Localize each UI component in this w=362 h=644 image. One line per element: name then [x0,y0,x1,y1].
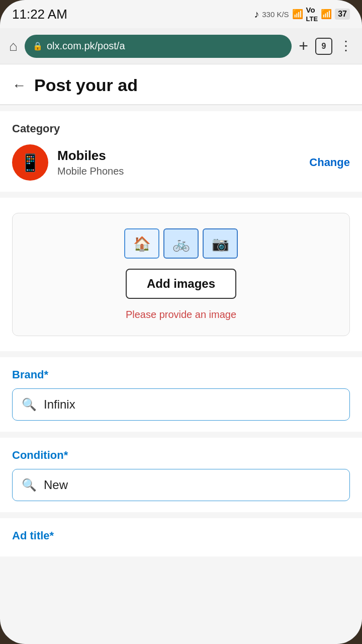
add-images-button[interactable]: Add images [126,269,236,299]
category-sub: Mobile Phones [57,166,300,177]
condition-input-row[interactable]: 🔍 New [12,469,350,501]
category-section: Category 📱 Mobiles Mobile Phones Change [0,111,362,192]
category-text: Mobiles Mobile Phones [57,148,300,177]
ad-title-field-label: Ad title* [12,529,350,542]
bicycle-icon: 🚲 [172,235,190,252]
battery-indicator: 37 [335,9,350,20]
page-title: Post your ad [34,75,138,95]
mobile-icon: 📱 [20,152,41,173]
image-upload-box: 🏠 🚲 📷 Add images Please provide an image [12,213,350,336]
url-text: olx.com.pk/post/a [47,40,125,52]
category-name: Mobiles [57,148,300,164]
camera-icon: 📷 [212,235,229,252]
change-category-button[interactable]: Change [309,156,350,169]
header-divider [0,105,362,105]
page-header: ← Post your ad [0,64,362,105]
music-icon: ♪ [254,9,259,20]
signal-icon: 📶 [321,9,332,20]
tab-count: 9 [322,42,326,51]
house-image-icon: 🏠 [124,228,159,259]
brand-search-icon: 🔍 [22,397,37,412]
condition-search-icon: 🔍 [22,478,37,492]
bicycle-image-icon: 🚲 [163,228,199,259]
status-bar: 11:22 AM ♪ 330 K/S 📶 VoLTE 📶 37 [0,0,362,28]
tab-count-badge[interactable]: 9 [315,38,332,55]
network-label: VoLTE [306,6,318,23]
category-row: 📱 Mobiles Mobile Phones Change [12,144,350,181]
brand-field-group: Brand* 🔍 Infinix [0,357,362,432]
browser-menu-button[interactable]: ⋮ [339,38,353,54]
category-section-label: Category [12,122,350,135]
phone-frame: 11:22 AM ♪ 330 K/S 📶 VoLTE 📶 37 ⌂ 🔒 olx.… [0,0,362,644]
brand-value: Infinix [44,397,75,412]
condition-field-group: Condition* 🔍 New [0,438,362,512]
status-time: 11:22 AM [12,7,67,22]
browser-bar: ⌂ 🔒 olx.com.pk/post/a + 9 ⋮ [0,28,362,64]
home-icon[interactable]: ⌂ [9,38,18,54]
status-icons: ♪ 330 K/S 📶 VoLTE 📶 37 [254,6,350,23]
content-area: ← Post your ad Category 📱 Mobiles Mobile… [0,64,362,644]
lock-icon: 🔒 [33,41,43,51]
image-upload-section: 🏠 🚲 📷 Add images Please provide an image [0,198,362,351]
condition-field-label: Condition* [12,449,350,462]
house-icon: 🏠 [133,235,151,252]
brand-input-row[interactable]: 🔍 Infinix [12,388,350,421]
ad-title-section: Ad title* [0,518,362,556]
condition-value: New [44,478,68,492]
speed-indicator: 330 K/S [262,10,289,19]
brand-field-label: Brand* [12,368,350,381]
add-tab-button[interactable]: + [299,37,308,55]
image-icons-row: 🏠 🚲 📷 [124,228,238,259]
back-button[interactable]: ← [12,77,26,94]
url-bar[interactable]: 🔒 olx.com.pk/post/a [25,35,292,58]
wifi-icon: 📶 [292,9,303,20]
image-error-text: Please provide an image [126,309,236,320]
camera-image-icon: 📷 [203,228,238,259]
category-icon-circle: 📱 [12,144,48,181]
